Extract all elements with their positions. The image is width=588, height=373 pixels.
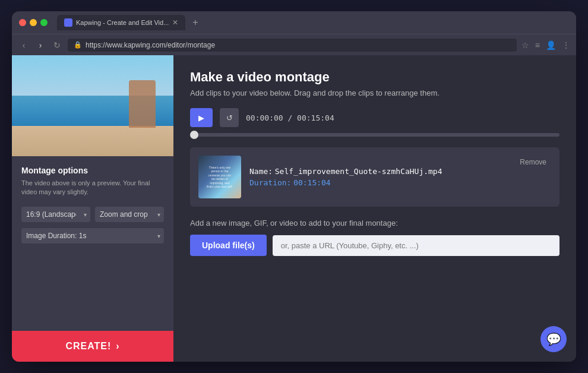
clip-thumbnail: There's only oneperson in theuniverse yo… [198,156,241,198]
aspect-ratio-wrapper: 16:9 (Landscape) ▾ [21,207,90,222]
clip-quote-text: There's only oneperson in theuniverse yo… [207,166,233,189]
browser-toolbar: ‹ › ↻ 🔒 https://www.kapwing.com/editor/m… [12,34,576,55]
total-time: 00:15:04 [297,113,334,122]
chat-icon: 💬 [546,332,561,346]
clip-name-value: Self_improvement_Quote-szmhCaHUj.mp4 [275,167,442,176]
new-tab-button[interactable]: + [188,17,203,28]
clips-section: There's only oneperson in theuniverse yo… [190,147,559,207]
remove-clip-button[interactable]: Remove [515,156,551,169]
aspect-ratio-select[interactable]: 16:9 (Landscape) [21,207,90,222]
select-row-top: 16:9 (Landscape) ▾ Zoom and crop ▾ [21,207,164,222]
tab-favicon-icon [64,18,72,27]
left-panel: Montage options The video above is only … [12,55,173,331]
menu-icon[interactable]: ⋮ [562,40,570,50]
clip-item: There's only oneperson in theuniverse yo… [190,147,559,207]
tab-close-icon[interactable]: ✕ [172,18,178,27]
toolbar-icons: ☆ ≡ 👤 ⋮ [521,40,570,50]
left-panel-body: Montage options The video above is only … [12,156,173,331]
video-preview [12,55,173,156]
clip-duration: Duration: 00:15:04 [249,178,507,187]
url-input[interactable] [273,235,559,256]
tab-title: Kapwing - Create and Edit Vid... [76,19,169,26]
clip-thumb-text: There's only oneperson in theuniverse yo… [198,156,241,198]
lock-icon: 🔒 [74,41,82,49]
clip-duration-value: 00:15:04 [293,178,331,187]
right-panel: Make a video montage Add clips to your v… [173,55,576,362]
create-button-label: CREATE! [65,341,111,352]
montage-options-title: Montage options [21,166,164,175]
add-media-row: Upload file(s) [190,235,559,256]
url-text: https://www.kapwing.com/editor/montage [86,41,215,49]
left-panel-wrapper: Montage options The video above is only … [12,55,173,362]
bookmark-icon[interactable]: ☆ [521,40,529,50]
address-bar[interactable]: 🔒 https://www.kapwing.com/editor/montage [68,39,517,52]
reset-icon: ↺ [226,113,233,122]
forward-button[interactable]: › [34,40,46,50]
person-silhouette [129,80,156,128]
active-tab[interactable]: Kapwing - Create and Edit Vid... ✕ [57,15,185,30]
player-controls: ▶ ↺ 00:00:00 / 00:15:04 [190,108,559,127]
clip-name-label: Name: [249,167,273,176]
upload-button[interactable]: Upload file(s) [190,235,267,256]
reset-button[interactable]: ↺ [220,108,239,127]
current-time: 00:00:00 [246,113,283,122]
fit-mode-wrapper: Zoom and crop ▾ [95,207,164,222]
titlebar: Kapwing - Create and Edit Vid... ✕ + [12,11,576,34]
page-subtitle: Add clips to your video below. Drag and … [190,88,559,97]
minimize-window-button[interactable] [30,19,37,26]
progress-bar-thumb[interactable] [190,131,198,139]
time-display: 00:00:00 / 00:15:04 [246,113,334,122]
progress-bar[interactable] [190,133,559,137]
close-window-button[interactable] [19,19,26,26]
chat-button[interactable]: 💬 [540,326,567,352]
clip-info: Name: Self_improvement_Quote-szmhCaHUj.m… [249,167,507,187]
browser-tabs: Kapwing - Create and Edit Vid... ✕ + [57,15,203,30]
add-media-label: Add a new image, GIF, or video to add to… [190,219,559,227]
play-icon: ▶ [198,113,204,122]
browser-content: Montage options The video above is only … [12,55,576,362]
beach-sand [12,126,173,156]
duration-wrapper: Image Duration: 1s ▾ [21,228,164,244]
add-media-section: Add a new image, GIF, or video to add to… [190,219,559,256]
traffic-lights [19,19,48,26]
create-button-arrow-icon: › [116,341,119,352]
refresh-button[interactable]: ↻ [51,40,63,50]
fit-mode-select[interactable]: Zoom and crop [95,207,164,222]
create-button[interactable]: CREATE! › [12,331,173,362]
clip-duration-label: Duration: [249,178,291,187]
layers-icon[interactable]: ≡ [535,40,540,50]
browser-content-wrapper: Montage options The video above is only … [12,55,576,362]
maximize-window-button[interactable] [40,19,48,26]
play-button[interactable]: ▶ [190,108,213,127]
duration-select[interactable]: Image Duration: 1s [21,228,164,244]
clip-name: Name: Self_improvement_Quote-szmhCaHUj.m… [249,167,507,176]
montage-options-desc: The video above is only a preview. Your … [21,179,164,197]
back-button[interactable]: ‹ [18,40,30,50]
time-separator: / [287,113,297,122]
page-title: Make a video montage [190,69,559,85]
profile-icon[interactable]: 👤 [546,40,556,50]
